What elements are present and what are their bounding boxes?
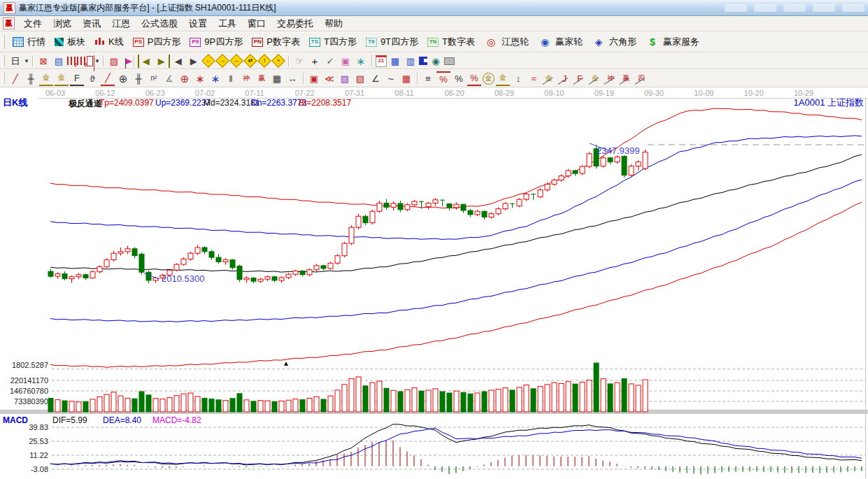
- menu-item[interactable]: 设置: [183, 17, 213, 31]
- toolbar-button-d-shen-angle[interactable]: 神: [604, 72, 618, 85]
- toolbar-button-d-f-angle[interactable]: F: [573, 72, 587, 85]
- toolbar-button-d-pct-top[interactable]: %: [436, 71, 450, 86]
- toolbar-button-d-wave[interactable]: ~: [384, 72, 398, 85]
- toolbar-button-badge-ts[interactable]: TST四方形: [304, 34, 361, 50]
- toolbar-button-kline-candles[interactable]: K线: [90, 34, 128, 50]
- menu-item[interactable]: 浏览: [48, 17, 77, 31]
- menu-item[interactable]: 公式选股: [136, 17, 183, 31]
- menu-item[interactable]: 资讯: [77, 17, 106, 31]
- toolbar-button-dia-both[interactable]: ↔: [229, 54, 243, 68]
- toolbar-button-dia-cross[interactable]: +: [271, 54, 285, 68]
- toolbar-button-d-pen2[interactable]: ╱: [101, 71, 115, 86]
- macd-indicator-name[interactable]: MACD: [3, 415, 28, 425]
- menu-item[interactable]: 文件: [18, 17, 48, 31]
- toolbar-button-notepad[interactable]: ▥: [404, 55, 418, 68]
- toolbar-button-winner-wheel[interactable]: ◉赢家轮: [533, 34, 587, 50]
- toolbar-button-calendar[interactable]: 21: [376, 55, 387, 67]
- toolbar-button-d-gold-grid2[interactable]: 金: [55, 71, 69, 86]
- toolbar-button-d-wave-red[interactable]: ≈: [527, 72, 541, 85]
- toolbar-button-d-circle-cross[interactable]: ⊕: [116, 72, 130, 85]
- toolbar-button-d-expand[interactable]: ↔: [285, 72, 299, 85]
- toolbar-button-d-pct-under[interactable]: %: [467, 71, 481, 86]
- toolbar-button-printer[interactable]: [444, 57, 455, 65]
- toolbar-button-step-left[interactable]: ◀: [171, 55, 185, 68]
- menu-item[interactable]: 窗口: [242, 17, 271, 31]
- toolbar-button-d-f-grid[interactable]: F: [70, 71, 84, 86]
- toolbar-button-d-gold-circle[interactable]: 金: [483, 73, 495, 85]
- toolbar-button-d-web-red[interactable]: ∗: [193, 72, 207, 85]
- toolbar-button-dia-left[interactable]: ←: [201, 54, 215, 68]
- toolbar-button-badge-p9[interactable]: P99P四方形: [185, 34, 247, 50]
- toolbar-button-clipboard[interactable]: ▤: [52, 55, 66, 68]
- toolbar-button-d-grid-purple[interactable]: ▨: [338, 72, 352, 85]
- toolbar-button-net-red[interactable]: ⊠: [36, 55, 50, 68]
- toolbar-button-dollar[interactable]: $赢家服务: [641, 34, 704, 50]
- toolbar-button-d-ying[interactable]: 赢: [255, 72, 269, 85]
- toolbar-button-d-grid-red[interactable]: ▦: [399, 72, 413, 85]
- titlebar[interactable]: 赢 赢家江恩专业版[赢家内部服务平台] - [上证指数 SH1A0001-111…: [0, 0, 868, 16]
- toolbar-button-d-spiral[interactable]: ϑ: [85, 72, 99, 85]
- period-label[interactable]: 日K线: [3, 96, 27, 109]
- toolbar-button-d-target[interactable]: ⊕: [178, 72, 192, 85]
- toolbar-button-crosshair[interactable]: +: [308, 55, 322, 68]
- toolbar-button-quote-grid[interactable]: 行情: [8, 34, 50, 50]
- toolbar-button-d-n2[interactable]: n²: [147, 72, 161, 85]
- volume-bar: [174, 396, 179, 412]
- toolbar-button-d-grid[interactable]: ╫: [24, 72, 38, 85]
- toolbar-button-d-box-red[interactable]: ▣: [307, 72, 321, 85]
- toolbar-button-d-pen[interactable]: ╱: [8, 72, 22, 85]
- toolbar-button-d-grid-redline[interactable]: ▧: [353, 72, 367, 85]
- volume-bar: [349, 379, 354, 412]
- toolbar-button-d-web-blue[interactable]: ∗: [208, 72, 222, 85]
- toolbar-button-dia-right[interactable]: →: [215, 54, 229, 68]
- toolbar-button-step-right[interactable]: ▶: [187, 55, 201, 68]
- toolbar-button-hexagon[interactable]: ◈六角形: [587, 34, 641, 50]
- toolbar-button-d-gold-angle[interactable]: 金: [542, 72, 556, 85]
- toolbar-button-d-angle2[interactable]: ∠: [369, 72, 383, 85]
- toolbar-button-d-pct[interactable]: %: [452, 72, 466, 85]
- toolbar-button-candle-drop[interactable]: ▼: [86, 56, 100, 66]
- toolbar-button-badge-pn[interactable]: PNP数字表: [247, 34, 304, 50]
- toolbar-button-bars-9[interactable]: 9: [77, 57, 85, 65]
- menu-item[interactable]: 交易委托: [271, 17, 319, 31]
- toolbar-button-skip-first[interactable]: ◀: [138, 55, 153, 68]
- toolbar-button-check[interactable]: ✓: [323, 55, 337, 68]
- toolbar-button-pattern-red[interactable]: ▨: [107, 55, 121, 68]
- toolbar-button-color-flag[interactable]: [122, 57, 130, 66]
- toolbar-button-d-pen-bars[interactable]: ↕: [511, 72, 525, 85]
- menu-item[interactable]: 帮助: [319, 17, 348, 31]
- toolbar-button-badge-ps[interactable]: PSP四方形: [128, 34, 185, 50]
- toolbar-button-d-angle[interactable]: ∡: [162, 72, 176, 85]
- toolbar-button-d-ruler[interactable]: ≡: [421, 72, 435, 85]
- toolbar-button-star-teal[interactable]: ∗: [354, 55, 368, 68]
- toolbar-button-skip-last[interactable]: ▶: [155, 55, 170, 68]
- toolbar-button-d-pillars[interactable]: ‖: [224, 72, 238, 85]
- toolbar-button-d-j-angle[interactable]: J: [557, 72, 571, 85]
- toolbar-button-d-shen[interactable]: 神: [239, 72, 253, 85]
- toolbar-button-dia-swap[interactable]: ⇄: [243, 54, 257, 68]
- toolbar-button-d-gold-grid[interactable]: 金: [39, 71, 53, 86]
- toolbar-button-bars-3[interactable]: 3: [67, 57, 76, 65]
- toolbar-button-badge-t9[interactable]: T99T四方形: [361, 34, 422, 50]
- toolbar-button-hand[interactable]: ☞: [292, 55, 306, 68]
- toolbar-button-save[interactable]: [419, 57, 427, 65]
- toolbar-button-d-si-angle[interactable]: 四: [634, 72, 648, 85]
- toolbar-button-gann-wheel[interactable]: ◎江恩轮: [479, 34, 533, 50]
- toolbar-button-d-gold-angle2[interactable]: 金: [588, 72, 602, 85]
- toolbar-button-d-hash[interactable]: ╫: [131, 72, 145, 85]
- toolbar-button-calculator[interactable]: ▦: [388, 55, 402, 68]
- macd-axis-label: 39.83: [29, 423, 48, 431]
- toolbar-button-globe[interactable]: ◉: [429, 55, 443, 68]
- menu-item[interactable]: 工具: [213, 17, 242, 31]
- toolbar-button-sector-blocks[interactable]: 板块: [50, 34, 90, 50]
- menu-item[interactable]: 江恩: [106, 17, 136, 31]
- toolbar-button-period-day[interactable]: 日▼: [8, 55, 29, 68]
- toolbar-button-d-ying-angle[interactable]: 赢: [619, 72, 633, 85]
- toolbar-button-d-grid123[interactable]: ▦: [270, 72, 284, 85]
- toolbar-button-badge-tn[interactable]: TNT数字表: [422, 34, 479, 50]
- toolbar-button-dia-vert[interactable]: ↕: [257, 54, 271, 68]
- symbol-label[interactable]: 1A0001 上证指数: [794, 96, 864, 109]
- toolbar-button-d-rays[interactable]: ≪: [322, 72, 336, 85]
- toolbar-button-d-gold-lines[interactable]: 金: [496, 71, 510, 86]
- toolbar-button-cube-pink[interactable]: ▣: [339, 55, 353, 68]
